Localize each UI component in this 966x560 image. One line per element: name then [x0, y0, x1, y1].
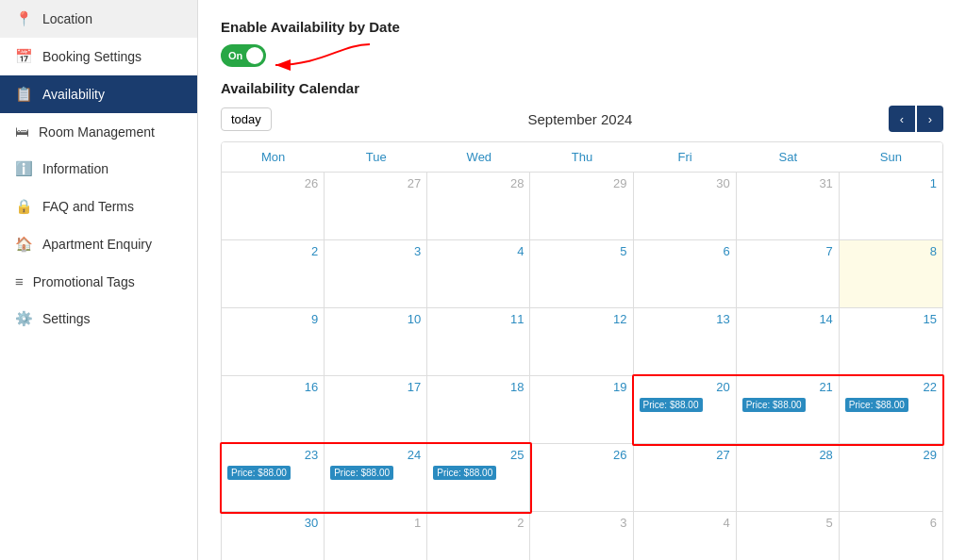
day-wed: Wed	[427, 142, 530, 172]
sidebar-item-availability[interactable]: 📋Availability	[0, 75, 197, 113]
table-row[interactable]: 31	[737, 173, 840, 240]
sidebar-item-label: Information	[42, 161, 108, 176]
arrow-annotation	[266, 37, 379, 84]
settings-icon: ⚙️	[15, 310, 33, 327]
next-month-button[interactable]: ›	[917, 106, 943, 132]
prev-month-button[interactable]: ‹	[889, 106, 915, 132]
sidebar-item-settings[interactable]: ⚙️Settings	[0, 300, 197, 338]
price-badge: Price: $88.00	[433, 466, 496, 480]
table-row[interactable]: 16	[222, 376, 325, 444]
booking-settings-icon: 📅	[15, 48, 33, 65]
table-row[interactable]: 8	[840, 240, 942, 308]
table-row[interactable]: 30	[634, 173, 737, 240]
availability-toggle[interactable]: On	[221, 44, 266, 67]
sidebar-item-label: Settings	[42, 311, 91, 326]
sidebar-item-label: Apartment Enquiry	[42, 237, 152, 252]
table-row[interactable]: 29	[840, 444, 942, 512]
table-row[interactable]: 4	[634, 512, 737, 560]
calendar-header: today September 2024 ‹ ›	[221, 106, 943, 132]
sidebar-item-room-management[interactable]: 🛏Room Management	[0, 113, 197, 150]
table-row[interactable]: 6	[840, 512, 942, 560]
sidebar-item-label: Promotional Tags	[33, 274, 135, 289]
table-row[interactable]: 2	[222, 240, 325, 308]
table-row[interactable]: 18	[427, 376, 530, 444]
table-row[interactable]: 6	[634, 240, 737, 308]
table-row[interactable]: 5	[530, 240, 633, 308]
table-row[interactable]: 30	[222, 512, 325, 560]
table-row[interactable]: 11	[427, 308, 530, 376]
table-row[interactable]: 28	[737, 444, 840, 512]
table-row[interactable]: 10	[325, 308, 427, 376]
day-tue: Tue	[325, 142, 427, 172]
sidebar: 📍Location📅Booking Settings📋Availability🛏…	[0, 0, 198, 560]
table-row[interactable]: 3	[325, 240, 427, 308]
today-button[interactable]: today	[221, 107, 272, 131]
price-badge: Price: $88.00	[742, 398, 806, 412]
sidebar-item-label: Booking Settings	[42, 49, 142, 64]
sidebar-item-promotional-tags[interactable]: ≡Promotional Tags	[0, 263, 197, 300]
table-row[interactable]: 1	[840, 173, 942, 240]
calendar-navigation: ‹ ›	[889, 106, 943, 132]
toggle-knob	[246, 47, 263, 64]
sidebar-item-apartment-enquiry[interactable]: 🏠Apartment Enquiry	[0, 225, 197, 263]
calendar: Mon Tue Wed Thu Fri Sat Sun 26 27 28 29 …	[221, 141, 943, 560]
table-row[interactable]: 1	[325, 512, 427, 560]
availability-icon: 📋	[15, 86, 33, 103]
table-row[interactable]: 26	[222, 173, 325, 240]
table-row[interactable]: 29	[530, 173, 633, 240]
room-management-icon: 🛏	[15, 124, 29, 140]
table-row[interactable]: 21 Price: $88.00	[737, 376, 840, 444]
table-row[interactable]: 12	[530, 308, 633, 376]
availability-calendar-title: Availability Calendar	[221, 80, 943, 96]
sidebar-item-label: FAQ and Terms	[42, 199, 134, 214]
table-row[interactable]: 20 Price: $88.00	[634, 376, 737, 444]
table-row[interactable]: 4	[427, 240, 530, 308]
price-badge: Price: $88.00	[640, 398, 703, 412]
day-mon: Mon	[222, 142, 325, 172]
sidebar-item-label: Room Management	[39, 124, 155, 140]
table-row[interactable]: 27	[325, 173, 427, 240]
table-row[interactable]: 24 Price: $88.00	[325, 444, 427, 512]
table-row[interactable]: 9	[222, 308, 325, 376]
apartment-enquiry-icon: 🏠	[15, 236, 33, 253]
table-row[interactable]: 26	[530, 444, 633, 512]
sidebar-item-faq-and-terms[interactable]: 🔒FAQ and Terms	[0, 188, 197, 225]
day-sat: Sat	[737, 142, 840, 172]
calendar-days-header: Mon Tue Wed Thu Fri Sat Sun	[222, 142, 942, 173]
enable-availability-section: Enable Availability by Date On	[221, 19, 943, 67]
table-row[interactable]: 13	[634, 308, 737, 376]
sidebar-item-label: Location	[42, 11, 92, 26]
sidebar-item-information[interactable]: ℹ️Information	[0, 150, 197, 188]
day-thu: Thu	[530, 142, 633, 172]
table-row[interactable]: 14	[737, 308, 840, 376]
main-content: Enable Availability by Date On Availabil…	[198, 0, 966, 560]
table-row[interactable]: 15	[840, 308, 942, 376]
calendar-wrapper: Mon Tue Wed Thu Fri Sat Sun 26 27 28 29 …	[221, 141, 943, 560]
calendar-grid: 26 27 28 29 30 31 1 2 3 4 5 6 7 8 9 10 1…	[222, 173, 942, 560]
price-badge: Price: $88.00	[845, 398, 908, 412]
information-icon: ℹ️	[15, 160, 33, 177]
price-badge: Price: $88.00	[227, 466, 291, 480]
calendar-month: September 2024	[279, 111, 881, 127]
promotional-tags-icon: ≡	[15, 273, 24, 289]
table-row[interactable]: 3	[530, 512, 633, 560]
day-fri: Fri	[634, 142, 737, 172]
toggle-label: On	[228, 50, 242, 61]
day-sun: Sun	[840, 142, 942, 172]
sidebar-item-booking-settings[interactable]: 📅Booking Settings	[0, 38, 197, 75]
table-row[interactable]: 25 Price: $88.00	[427, 444, 530, 512]
table-row[interactable]: 28	[427, 173, 530, 240]
faq-and-terms-icon: 🔒	[15, 198, 33, 215]
enable-availability-title: Enable Availability by Date	[221, 19, 943, 35]
table-row[interactable]: 22 Price: $88.00	[840, 376, 942, 444]
table-row[interactable]: 7	[737, 240, 840, 308]
price-badge: Price: $88.00	[330, 466, 393, 480]
table-row[interactable]: 27	[634, 444, 737, 512]
location-icon: 📍	[15, 10, 33, 27]
table-row[interactable]: 19	[530, 376, 633, 444]
sidebar-item-location[interactable]: 📍Location	[0, 0, 197, 38]
table-row[interactable]: 2	[427, 512, 530, 560]
table-row[interactable]: 23 Price: $88.00	[222, 444, 325, 512]
table-row[interactable]: 5	[737, 512, 840, 560]
table-row[interactable]: 17	[325, 376, 427, 444]
